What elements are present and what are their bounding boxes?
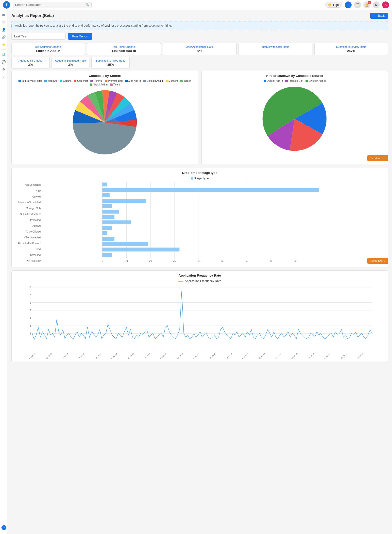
svg-text:20: 20 xyxy=(149,260,152,262)
page-header: Analytics Report(Beta) ← Back xyxy=(11,13,388,19)
svg-text:2022-10-17: 2022-10-17 xyxy=(208,352,217,359)
line-chart-card: Application Frequency Rate Application F… xyxy=(11,270,388,362)
bar-label: Offer-Accepted xyxy=(16,235,41,240)
svg-rect-18 xyxy=(102,231,107,235)
svg-text:70: 70 xyxy=(270,260,273,262)
svg-text:30: 30 xyxy=(173,260,176,262)
search-box[interactable]: 🔍 xyxy=(13,2,92,8)
svg-text:2022-08-22: 2022-08-22 xyxy=(175,352,184,359)
bar-chart-legend: Stage Type xyxy=(191,177,209,180)
sidebar-separator xyxy=(1,49,6,50)
bar-chart-area: 01020304050607080 xyxy=(43,182,384,264)
notif-badge: 8 xyxy=(368,1,371,4)
sidebar-item-list[interactable]: ☰ xyxy=(1,19,7,25)
svg-text:60: 60 xyxy=(246,260,249,262)
svg-text:2022-11-18: 2022-11-18 xyxy=(240,352,249,359)
line-chart-svg: 87654322022-01-172022-02-222022-03-14202… xyxy=(16,285,384,359)
svg-rect-20 xyxy=(102,242,148,246)
svg-rect-10 xyxy=(102,188,319,192)
svg-text:6: 6 xyxy=(30,301,31,304)
svg-text:10: 10 xyxy=(125,260,128,262)
stat-card: Added to Hire Ratio3% xyxy=(11,57,50,69)
legend-item: LinkedIn Add-in xyxy=(143,80,164,82)
svg-text:2023-03-02: 2023-03-02 xyxy=(355,352,364,359)
stat-value: 3% xyxy=(15,63,46,67)
sidebar-item-settings[interactable]: ⚙ xyxy=(1,66,7,72)
time-filter-select[interactable]: Last Year xyxy=(11,33,66,40)
chart2-legend: Outlook Add-inPromote LinkLinkedIn Add-i… xyxy=(205,80,385,82)
svg-text:2022-09-19: 2022-09-19 xyxy=(191,352,200,359)
legend-item: Naukri Add-in xyxy=(90,83,108,86)
bars-svg: 01020304050607080 xyxy=(43,182,384,263)
svg-rect-9 xyxy=(102,183,107,186)
send-message-button-2[interactable]: Send mes... xyxy=(367,258,388,264)
stat-card: Interview to Offer Ratio- xyxy=(239,43,312,55)
pie-chart-1 xyxy=(70,88,139,157)
send-message-button-1[interactable]: Send mes... xyxy=(367,155,388,161)
legend-item: Promote Link xyxy=(105,80,123,82)
app-logo: i xyxy=(3,1,10,9)
stat-value: 0% xyxy=(166,49,233,53)
svg-text:2023-01-19: 2023-01-19 xyxy=(290,352,298,359)
sun-icon: ☀️ xyxy=(328,3,332,7)
svg-rect-12 xyxy=(102,199,146,203)
search-input[interactable] xyxy=(15,3,85,7)
sidebar-item-link[interactable]: 🔗 xyxy=(1,34,7,40)
main-content: Analytics Report(Beta) ← Back Analytics … xyxy=(7,10,392,368)
stat-label: Top Hiring Channel xyxy=(90,45,157,48)
stat-card: Offer Acceptance Ratio0% xyxy=(163,43,237,55)
sidebar-item-dashboard[interactable]: ⊞ xyxy=(1,12,7,18)
svg-text:2022-06-26: 2022-06-26 xyxy=(126,352,135,359)
theme-toggle[interactable]: ☀️ Light xyxy=(325,2,342,8)
back-button[interactable]: ← Back xyxy=(370,13,388,19)
bar-svg: 01020304050607080 xyxy=(43,182,384,263)
notifications-button[interactable]: 🔔 8 xyxy=(363,1,370,8)
bar-label: Manager Sub xyxy=(16,206,41,211)
calendar-icon[interactable]: 📅 xyxy=(354,1,361,8)
bar-label: Submitted-to-client xyxy=(16,211,41,217)
bar-label: To-be-Offered xyxy=(16,229,41,234)
svg-text:0: 0 xyxy=(102,260,103,262)
svg-text:80: 80 xyxy=(294,260,297,262)
sidebar-item-help[interactable]: ? xyxy=(1,74,7,80)
bar-label: Proposed xyxy=(16,217,41,223)
run-report-button[interactable]: Run Report xyxy=(68,33,92,40)
sidebar-item-chat[interactable]: 💬 xyxy=(1,59,7,65)
svg-text:2022-04-07: 2022-04-07 xyxy=(77,352,85,359)
stat-value: - xyxy=(242,49,309,53)
chart2-title: Hire breakdown by Candidate Source xyxy=(205,74,385,78)
stat-card: Submitted to Hired Ratio85% xyxy=(91,57,130,69)
chart1-title: Candidate by Source xyxy=(15,74,195,78)
stat-label: Submit to Interview Ratio xyxy=(318,45,385,48)
svg-text:2023-02-16: 2023-02-16 xyxy=(322,352,331,359)
sidebar-item-people[interactable]: 👤 xyxy=(1,27,7,33)
svg-text:5: 5 xyxy=(30,309,31,312)
stat-card: Submit to Interview Ratio257% xyxy=(314,43,388,55)
svg-text:2022-08-03: 2022-08-03 xyxy=(158,352,167,359)
svg-text:2023-02-03: 2023-02-03 xyxy=(306,352,315,359)
line-svg: 87654322022-01-172022-02-222022-03-14202… xyxy=(16,285,384,359)
sidebar-item-lightning[interactable]: ⚡ xyxy=(1,41,7,47)
stat-card: Added to Submitted Ratio3% xyxy=(51,57,90,69)
stat-value: LinkedIn Add-in xyxy=(90,49,157,53)
add-button[interactable]: + xyxy=(345,1,352,8)
line-chart-title: Application Frequency Rate xyxy=(16,274,384,277)
legend-item: Web Site xyxy=(44,80,57,82)
svg-rect-22 xyxy=(102,253,112,257)
legend-item: Xing Add-in xyxy=(125,80,141,82)
svg-text:2022-10-28: 2022-10-28 xyxy=(224,352,233,359)
legend-item: CareerJet xyxy=(74,80,88,82)
legend-item: Referral xyxy=(90,80,102,82)
stat-label: Submitted to Hired Ratio xyxy=(95,59,126,62)
svg-rect-21 xyxy=(102,248,180,251)
stat-value: 257% xyxy=(318,49,385,53)
page-title: Analytics Report(Beta) xyxy=(11,14,54,18)
legend-item: Outlook Add-in xyxy=(264,80,283,82)
svg-text:4: 4 xyxy=(30,317,31,319)
settings-icon[interactable]: ⚙ xyxy=(373,1,380,8)
stat-value: LinkedIn Add-in xyxy=(15,49,82,53)
line-chart-legend: Application Frequency Rate xyxy=(178,279,221,283)
chart1-legend: Self Service PortalWeb SiteAdzunaCareerJ… xyxy=(15,80,195,86)
sidebar-item-chart[interactable]: 📊 xyxy=(1,51,7,57)
avatar[interactable]: A xyxy=(382,1,389,8)
